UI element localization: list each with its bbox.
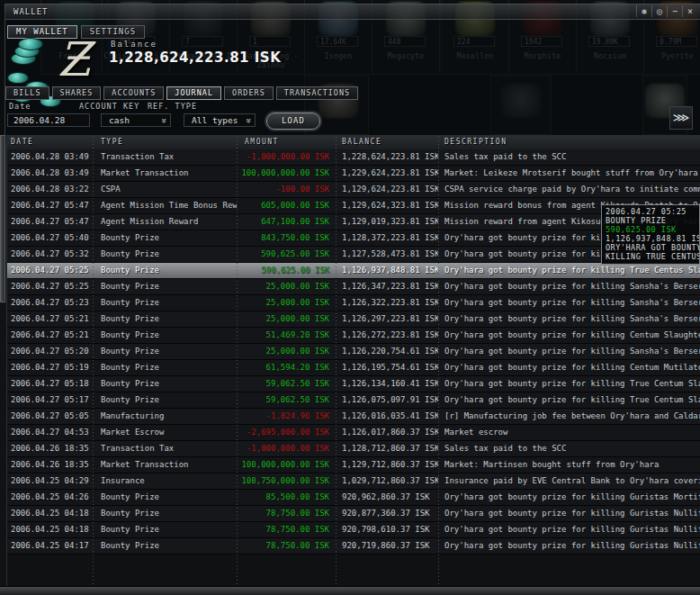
table-row[interactable]: 2006.04.27 05:47Agent Mission Reward647,… [7,214,700,230]
cell-type: Bounty Prize [93,279,237,294]
cell-balance: 1,229,624,223.81 ISK [336,166,438,181]
table-row[interactable]: 2006.04.26 18:35Market Transaction100,00… [7,457,700,473]
account-key-select[interactable]: cash » [101,113,171,127]
cell-type: Bounty Prize [93,506,237,521]
column-header-amount[interactable]: AMOUNT [237,135,336,149]
cell-amount: 843,750.00 ISK [237,230,336,246]
cell-description: Ory'hara got bounty prize for killing Sa… [438,279,700,294]
column-header-type[interactable]: TYPE [93,135,237,149]
cell-description: Ory'hara got bounty prize for killing Gu… [438,522,700,537]
cell-amount: 78,750.00 ISK [237,538,336,554]
table-row[interactable]: 2006.04.27 05:47Agent Mission Time Bonus… [7,198,700,214]
load-button[interactable]: LOAD [266,113,320,130]
cell-balance: 1,126,195,754.61 ISK [336,360,438,375]
cell-date: 2006.04.27 05:47 [7,198,93,213]
cell-type: Market Transaction [93,457,237,473]
cell-description: Ory'hara got bounty prize for killing Gu… [438,506,700,521]
table-header: DATE TYPE AMOUNT BALANCE DESCRIPTION [7,135,700,150]
table-row[interactable]: 2006.04.25 04:18Bounty Prize78,750.00 IS… [7,522,700,538]
blink-icon[interactable]: ❅ [636,5,651,17]
table-row[interactable]: 2006.04.25 04:18Bounty Prize78,750.00 IS… [7,506,700,522]
table-row[interactable]: 2006.04.27 05:05Manufacturing-1,824.96 I… [7,409,700,425]
table-row[interactable]: 2006.04.26 18:35Transaction Tax-1,000,00… [7,441,700,457]
scrollbar-handle[interactable] [0,135,5,302]
table-row[interactable]: 2006.04.25 04:29Insurance108,750,000.00 … [7,473,700,490]
cell-amount: 25,000.00 ISK [237,311,336,327]
table-row[interactable]: 2006.04.28 03:22CSPA-100.00 ISK1,129,624… [7,182,700,198]
table-row[interactable]: 2006.04.28 03:49Market Transaction100,00… [7,166,700,182]
table-row[interactable]: 2006.04.27 05:32Bounty Prize590,625.00 I… [7,247,700,263]
tab-journal[interactable]: JOURNAL [166,86,221,100]
column-header-balance[interactable]: BALANCE [336,135,438,149]
cell-description: Ory'hara got bounty prize for killing Gu… [438,490,700,505]
cell-description: Ory'hara got bounty prize for killing Ce… [438,360,700,375]
cell-amount: -1,824.96 ISK [237,409,336,424]
cell-balance: 1,127,528,473.81 ISK [336,247,438,262]
table-row[interactable]: 2006.04.27 05:25Bounty Prize590,625.00 I… [7,263,700,279]
tab-accounts[interactable]: ACCOUNTS [103,86,164,100]
table-row[interactable]: 2006.04.27 05:17Bounty Prize59,062.50 IS… [7,392,700,409]
account-key-value: cash [109,114,130,126]
cell-date: 2006.04.27 05:05 [7,409,93,424]
cell-type: Agent Mission Reward [93,214,237,230]
cell-amount: 25,000.00 ISK [237,344,336,359]
table-row[interactable]: 2006.04.27 05:23Bounty Prize25,000.00 IS… [7,295,700,311]
table-row[interactable]: 2006.04.27 05:40Bounty Prize843,750.00 I… [7,230,700,247]
close-icon[interactable]: × [682,5,697,17]
cell-amount: -1,000,000.00 ISK [237,441,336,456]
tab-bills[interactable]: BILLS [5,86,49,100]
tab-shares[interactable]: SHARES [52,86,102,100]
table-row[interactable]: 2006.04.25 04:26Bounty Prize85,500.00 IS… [7,490,700,506]
cell-balance: 1,126,017,860.37 ISK [336,425,438,440]
journal-table: 2006.04.28 03:49Transaction Tax-1,000,00… [7,149,700,587]
window-titlebar[interactable]: WALLET ❅◎−× [4,4,700,20]
cell-date: 2006.04.27 05:23 [7,295,93,311]
cell-balance: 920,719,860.37 ISK [336,538,438,554]
cell-description: Ory'hara got bounty prize for killing Sa… [438,344,700,359]
compact-icon[interactable]: ◎ [651,5,667,17]
table-row[interactable]: 2006.04.27 05:21Bounty Prize25,000.00 IS… [7,311,700,328]
ref-type-select[interactable]: All types » [184,113,256,127]
table-row[interactable]: 2006.04.25 04:17Bounty Prize78,750.00 IS… [7,538,700,554]
window-bottom-edge[interactable] [0,586,700,595]
minimize-icon[interactable]: − [667,5,682,17]
cell-balance: 1,029,712,860.37 ISK [336,473,438,489]
tooltip-line: 1,126,937,848.81 ISK [606,234,699,243]
cell-date: 2006.04.27 05:25 [7,279,93,294]
cell-description: Ory'hara got bounty prize for killing Gu… [438,538,700,554]
tab-orders[interactable]: ORDERS [224,86,274,100]
ref-type-label: REF. TYPE [148,102,197,111]
cell-description: Ory'hara got bounty prize for killing Sa… [438,295,700,311]
table-row[interactable]: 2006.04.27 05:21Bounty Prize51,469.20 IS… [7,328,700,344]
cell-type: Transaction Tax [93,149,237,165]
scrollbar[interactable] [0,135,7,587]
cell-description: [r] Manufacturing job fee between Ory'ha… [438,409,700,424]
table-row[interactable]: 2006.04.27 05:18Bounty Prize59,062.50 IS… [7,376,700,392]
cell-amount: 590,625.00 ISK [237,247,336,262]
export-button[interactable]: ⋙ [669,106,693,130]
window-title: WALLET [13,7,49,16]
cell-type: Bounty Prize [93,230,237,246]
table-row[interactable]: 2006.04.27 05:19Bounty Prize61,594.20 IS… [7,360,700,376]
cell-type: Bounty Prize [93,247,237,262]
cell-type: Bounty Prize [93,311,237,327]
cell-type: CSPA [93,182,237,197]
column-header-description[interactable]: DESCRIPTION [438,135,700,149]
table-row[interactable]: 2006.04.27 05:25Bounty Prize25,000.00 IS… [7,279,700,295]
table-row[interactable]: 2006.04.28 03:49Transaction Tax-1,000,00… [7,149,700,166]
cell-amount: 25,000.00 ISK [237,279,336,294]
cell-type: Manufacturing [93,409,237,424]
cell-balance: 1,128,372,223.81 ISK [336,230,438,246]
tab-transactions[interactable]: TRANSACTIONS [276,86,358,100]
date-label: Date [9,102,31,111]
cell-date: 2006.04.27 05:18 [7,376,93,392]
cell-amount: 78,750.00 ISK [237,522,336,537]
column-header-date[interactable]: DATE [7,135,93,149]
date-input[interactable] [7,113,90,127]
cell-date: 2006.04.25 04:17 [7,538,93,554]
table-row[interactable]: 2006.04.27 05:20Bounty Prize25,000.00 IS… [7,344,700,360]
table-row[interactable]: 2006.04.27 04:53Market Escrow-2,695,000.… [7,425,700,441]
cell-balance: 920,962,860.37 ISK [336,490,438,505]
cell-amount: 108,750,000.00 ISK [237,473,336,489]
cell-description: CSPA service charge paid by Ory'hara to … [438,182,700,197]
